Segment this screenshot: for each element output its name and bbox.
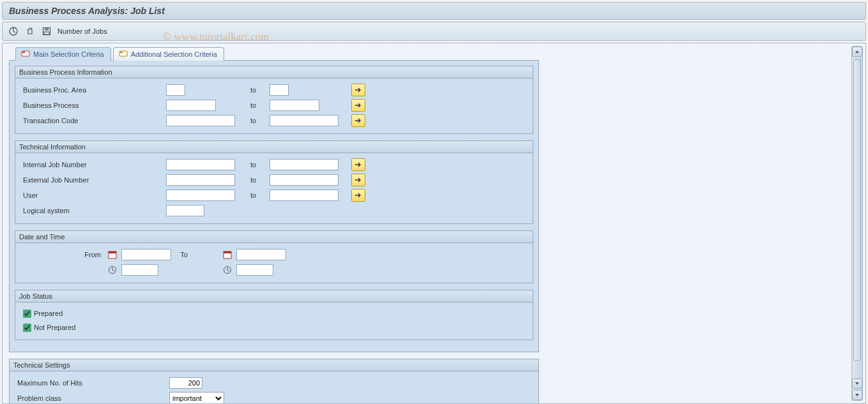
number-of-jobs-button[interactable]: Number of Jobs	[57, 27, 107, 35]
delete-icon[interactable]	[24, 26, 36, 37]
input-int-job-high[interactable]	[270, 159, 339, 170]
label-logsys: Logical system	[19, 207, 166, 214]
label-prepared: Prepared	[34, 310, 63, 317]
tab-additional-label: Additional Selection Criteria	[131, 50, 217, 58]
input-user-high[interactable]	[270, 190, 339, 201]
label-to: to	[249, 191, 270, 199]
tab-body: Business Process Information Business Pr…	[9, 60, 539, 352]
input-logsys[interactable]	[166, 205, 204, 216]
tab-main-label: Main Selection Criteria	[33, 50, 104, 58]
multi-select-ext-job[interactable]	[351, 174, 365, 186]
label-int-job: Internal Job Number	[19, 161, 166, 168]
label-process: Business Process	[19, 101, 166, 109]
execute-icon[interactable]	[8, 26, 19, 37]
label-to: to	[249, 86, 270, 94]
label-tcode: Transaction Code	[19, 117, 166, 124]
group-technical-settings: Technical Settings Maximum No. of Hits P…	[9, 359, 539, 404]
tab-icon-additional	[119, 50, 128, 59]
label-to-date: To	[171, 251, 197, 258]
scroll-down-icon[interactable]	[852, 390, 862, 400]
label-not-prepared: Not Prepared	[34, 324, 75, 331]
label-to: to	[249, 101, 270, 109]
tab-additional-selection[interactable]: Additional Selection Criteria	[113, 47, 224, 61]
input-ext-job-low[interactable]	[166, 174, 235, 186]
input-tcode-high[interactable]	[270, 115, 339, 126]
vertical-scrollbar[interactable]	[851, 46, 863, 401]
scroll-thumb[interactable]	[853, 59, 861, 361]
label-from: From	[19, 251, 107, 258]
select-problem-class[interactable]: important	[169, 392, 224, 404]
group-header-status: Job Status	[15, 290, 533, 303]
group-header-tech: Technical Information	[15, 141, 533, 153]
title-bar: Business Process Analysis: Job List	[2, 2, 866, 20]
group-header-settings: Technical Settings	[10, 359, 538, 371]
svg-rect-11	[224, 251, 231, 253]
label-proc-area: Business Proc. Area	[19, 86, 166, 94]
multi-select-tcode[interactable]	[351, 114, 365, 127]
input-max-hits[interactable]	[169, 377, 202, 389]
clock-icon[interactable]	[107, 265, 118, 275]
calendar-icon[interactable]	[222, 250, 232, 260]
input-proc-area-low[interactable]	[166, 84, 185, 96]
multi-select-proc-area[interactable]	[351, 84, 365, 96]
svg-rect-5	[22, 52, 25, 53]
svg-rect-7	[120, 52, 123, 53]
scroll-up-icon[interactable]	[852, 47, 862, 57]
tab-icon-main	[21, 50, 30, 59]
tab-main-selection[interactable]: Main Selection Criteria	[15, 47, 111, 61]
clock-icon[interactable]	[222, 265, 232, 275]
svg-rect-9	[109, 251, 116, 253]
label-user: User	[19, 191, 166, 199]
input-user-low[interactable]	[166, 190, 235, 201]
checkbox-prepared[interactable]	[23, 310, 31, 318]
group-job-status: Job Status Prepared Not Prepared	[15, 290, 533, 340]
multi-select-int-job[interactable]	[351, 158, 365, 171]
svg-rect-3	[44, 32, 49, 34]
group-header-datetime: Date and Time	[15, 231, 533, 243]
checkbox-not-prepared[interactable]	[23, 324, 31, 332]
scroll-down-icon[interactable]	[852, 378, 862, 389]
input-time-to[interactable]	[236, 264, 273, 276]
group-business-process-info: Business Process Information Business Pr…	[15, 66, 533, 134]
page-title: Business Process Analysis: Job List	[9, 6, 165, 16]
application-toolbar: Number of Jobs	[2, 22, 866, 41]
input-ext-job-high[interactable]	[270, 174, 339, 186]
group-header-bpi: Business Process Information	[15, 66, 533, 79]
input-proc-area-high[interactable]	[270, 84, 289, 96]
tab-strip: Main Selection Criteria Additional Selec…	[15, 47, 848, 61]
input-date-to[interactable]	[236, 249, 286, 260]
main-content: Main Selection Criteria Additional Selec…	[2, 43, 866, 404]
label-max-hits: Maximum No. of Hits	[13, 379, 169, 387]
input-date-from[interactable]	[121, 249, 171, 260]
save-variant-icon[interactable]	[41, 26, 52, 37]
input-time-from[interactable]	[121, 264, 158, 276]
svg-rect-2	[45, 28, 49, 31]
multi-select-process[interactable]	[351, 99, 365, 112]
input-process-high[interactable]	[270, 100, 319, 111]
input-tcode-low[interactable]	[166, 115, 235, 126]
label-ext-job: External Job Number	[19, 176, 166, 184]
input-process-low[interactable]	[166, 100, 216, 111]
label-to: to	[249, 117, 270, 124]
label-problem-class: Problem class	[13, 394, 169, 402]
group-technical-info: Technical Information Internal Job Numbe…	[15, 140, 533, 224]
group-date-time: Date and Time From To	[15, 230, 533, 283]
multi-select-user[interactable]	[351, 189, 365, 202]
label-to: to	[249, 176, 270, 184]
label-to: to	[249, 161, 270, 168]
calendar-icon[interactable]	[107, 250, 118, 260]
input-int-job-low[interactable]	[166, 159, 235, 170]
